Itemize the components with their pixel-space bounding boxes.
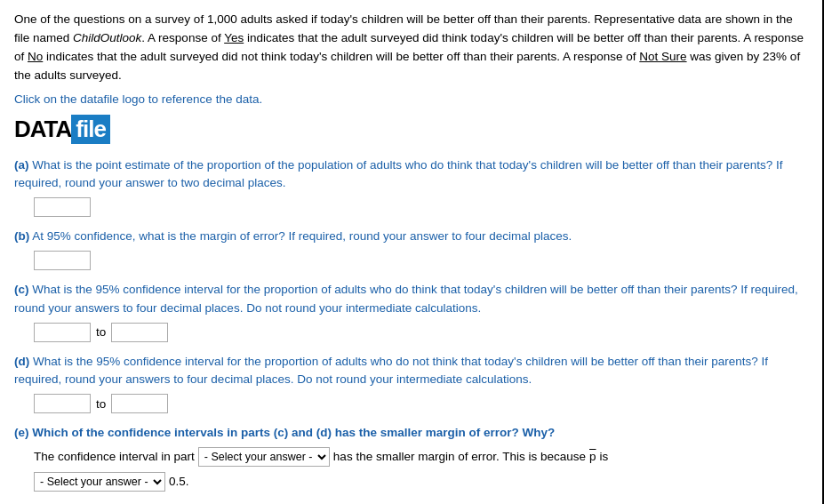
answer-d-input-1[interactable] [34, 394, 91, 413]
file-text: file [71, 115, 110, 144]
question-e: (e) Which of the confidence intervals in… [14, 424, 810, 492]
select-part-answer[interactable]: - Select your answer - (c) (d) [198, 447, 330, 467]
question-c-text: What is the 95% confidence interval for … [14, 283, 798, 314]
data-text: DATA [14, 116, 71, 143]
question-b: (b) At 95% confidence, what is the margi… [14, 228, 810, 270]
to-d-label: to [96, 397, 106, 411]
question-d: (d) What is the 95% confidence interval … [14, 353, 810, 414]
data-file-logo[interactable]: DATAfile [14, 115, 110, 144]
sentence-2-after: 0.5. [169, 471, 189, 492]
question-a-text: What is the point estimate of the propor… [14, 158, 783, 189]
question-d-text: What is the 95% confidence interval for … [14, 355, 768, 386]
question-c: (c) What is the 95% confidence interval … [14, 281, 810, 342]
sentence-1-after: has the smaller margin of error. This is… [333, 446, 586, 468]
answer-d-input-2[interactable] [111, 394, 168, 413]
intro-paragraph: One of the questions on a survey of 1,00… [14, 11, 810, 85]
question-e-text: Which of the confidence intervals in par… [32, 426, 555, 439]
question-a-label: (a) [14, 158, 29, 172]
answer-b-input[interactable] [34, 251, 91, 270]
answer-c-input-1[interactable] [34, 323, 91, 342]
sentence-1-is: is [600, 446, 609, 468]
answer-c-input-2[interactable] [111, 323, 168, 342]
question-a: (a) What is the point estimate of the pr… [14, 156, 810, 218]
question-e-label: (e) [14, 426, 29, 439]
click-line: Click on the datafile logo to reference … [14, 92, 810, 106]
answer-a-input[interactable] [34, 197, 91, 217]
question-c-label: (c) [14, 283, 29, 296]
sentence-1-before: The confidence interval in part [34, 446, 195, 468]
p-overline-symbol: p [589, 446, 596, 468]
question-d-label: (d) [14, 355, 29, 368]
select-closer-answer[interactable]: - Select your answer - closer to farther… [34, 472, 165, 492]
to-c-label: to [96, 325, 106, 339]
question-b-text: At 95% confidence, what is the margin of… [32, 229, 572, 243]
question-b-label: (b) [14, 229, 29, 243]
